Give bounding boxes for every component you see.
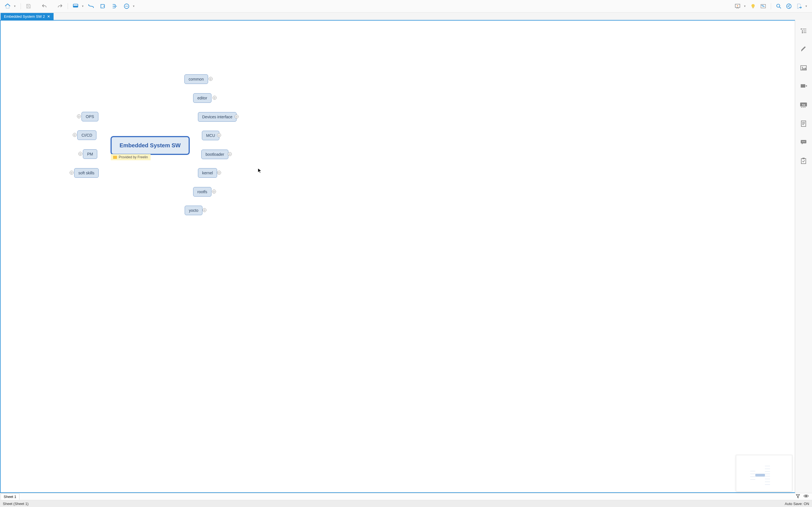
sheet-status: Sheet (Sheet 1) — [3, 502, 29, 506]
expand-icon[interactable]: ⊙ — [209, 77, 213, 81]
notes-icon[interactable] — [799, 119, 809, 129]
minimap[interactable] — [736, 455, 792, 492]
filter-icon[interactable] — [796, 494, 800, 499]
expand-icon[interactable]: ⊙ — [213, 96, 216, 100]
note-label[interactable]: Provided by Freelin — [111, 154, 151, 160]
sheet-bar: Sheet 1 — [0, 493, 812, 500]
svg-rect-19 — [804, 31, 806, 31]
expand-icon[interactable]: ⊙ — [228, 152, 232, 156]
sheet-tab[interactable]: Sheet 1 — [1, 494, 19, 500]
svg-rect-1 — [73, 6, 78, 7]
node-label: bootloader — [206, 152, 224, 157]
node-common[interactable]: common — [185, 74, 208, 84]
tab-strip: Embedded System SW 2 ✕ — [0, 13, 812, 20]
expand-icon[interactable]: ⊙ — [73, 133, 77, 137]
topic-icon[interactable] — [71, 1, 80, 11]
document-tab[interactable]: Embedded System SW 2 ✕ — [1, 13, 54, 20]
undo-icon[interactable] — [40, 1, 49, 11]
present-icon[interactable] — [733, 1, 742, 11]
central-node-label: Embedded System SW — [119, 142, 181, 149]
redo-icon[interactable] — [55, 1, 65, 11]
central-node[interactable]: Embedded System SW — [110, 136, 190, 155]
node-label: yocto — [189, 208, 198, 213]
svg-point-31 — [803, 142, 804, 142]
node-cicd[interactable]: CI/CD — [77, 130, 96, 140]
idea-icon[interactable] — [748, 1, 758, 11]
node-bootloader[interactable]: bootloader — [201, 150, 229, 159]
tab-title: Embedded System SW 2 — [4, 14, 45, 18]
svg-rect-27 — [803, 107, 804, 108]
node-label: Devices interface — [202, 115, 232, 119]
svg-point-3 — [125, 6, 126, 7]
gantt-icon[interactable] — [758, 1, 768, 11]
outline-icon[interactable] — [799, 25, 809, 36]
image-icon[interactable] — [799, 63, 809, 73]
node-label: OPS — [86, 114, 94, 119]
node-devices[interactable]: Devices interface — [198, 112, 237, 122]
more-dropdown-icon[interactable]: ▼ — [133, 5, 135, 8]
node-label: soft skills — [79, 171, 94, 175]
svg-rect-20 — [802, 32, 803, 33]
close-tab-icon[interactable]: ✕ — [47, 14, 50, 18]
task-icon[interactable] — [799, 156, 809, 166]
svg-rect-21 — [804, 33, 806, 33]
svg-point-4 — [126, 6, 127, 7]
separator — [20, 3, 21, 9]
status-bar: Sheet (Sheet 1) Auto Save: ON — [0, 500, 812, 507]
node-label: PM — [87, 152, 93, 156]
topic-dropdown-icon[interactable]: ▼ — [82, 5, 84, 8]
present-dropdown-icon[interactable]: ▼ — [744, 5, 746, 8]
svg-point-30 — [802, 142, 803, 142]
export-icon[interactable] — [794, 1, 804, 11]
visibility-icon[interactable] — [804, 494, 809, 499]
comments-icon[interactable] — [799, 137, 809, 147]
save-icon[interactable] — [24, 1, 33, 11]
boundary-icon[interactable] — [98, 1, 108, 11]
expand-icon[interactable]: ⊙ — [212, 189, 216, 193]
expand-icon[interactable]: ⊙ — [79, 152, 82, 156]
side-panel: Aa — [795, 20, 812, 493]
node-label: MCU — [206, 133, 215, 138]
expand-icon[interactable]: ⊙ — [77, 114, 81, 118]
node-kernel[interactable]: kernel — [198, 168, 217, 178]
home-icon[interactable] — [3, 1, 12, 11]
node-ops[interactable]: OPS — [82, 112, 98, 121]
separator — [771, 3, 771, 9]
marker-icon[interactable] — [799, 81, 809, 92]
svg-point-12 — [786, 4, 792, 9]
expand-icon[interactable]: ⊙ — [217, 171, 221, 175]
sheet-tab-label: Sheet 1 — [4, 495, 16, 499]
svg-rect-18 — [802, 31, 803, 32]
text-style-icon[interactable]: Aa — [799, 100, 809, 110]
expand-icon[interactable]: ⊙ — [202, 208, 206, 212]
node-label: CI/CD — [82, 133, 92, 137]
svg-rect-17 — [802, 29, 806, 29]
format-icon[interactable] — [799, 44, 809, 54]
canvas[interactable]: Embedded System SW Provided by Freelin O… — [0, 20, 795, 493]
node-rootfs[interactable]: rootfs — [193, 187, 211, 196]
summary-icon[interactable] — [110, 1, 119, 11]
expand-icon[interactable]: ⊙ — [70, 171, 73, 175]
home-dropdown-icon[interactable]: ▼ — [13, 5, 16, 8]
export-dropdown-icon[interactable]: ▼ — [805, 5, 808, 8]
svg-rect-10 — [762, 6, 764, 7]
node-editor[interactable]: editor — [193, 93, 211, 103]
svg-point-32 — [804, 142, 805, 142]
expand-icon[interactable]: ⊙ — [235, 115, 239, 119]
svg-point-11 — [777, 4, 780, 7]
note-text: Provided by Freelin — [119, 155, 148, 159]
node-softskills[interactable]: soft skills — [74, 168, 99, 178]
node-yocto[interactable]: yocto — [185, 206, 202, 215]
expand-icon[interactable]: ⊙ — [217, 133, 221, 137]
relationship-icon[interactable] — [86, 1, 96, 11]
edges — [1, 20, 85, 63]
node-pm[interactable]: PM — [83, 149, 97, 159]
node-mcu[interactable]: MCU — [202, 131, 219, 140]
main-toolbar: ▼ ▼ ▼ ▼ ▼ — [0, 0, 812, 13]
svg-text:Aa: Aa — [802, 103, 805, 106]
svg-point-23 — [802, 67, 803, 68]
share-icon[interactable] — [784, 1, 794, 11]
search-icon[interactable] — [774, 1, 783, 11]
more-icon[interactable] — [122, 1, 132, 11]
svg-point-5 — [127, 6, 128, 7]
